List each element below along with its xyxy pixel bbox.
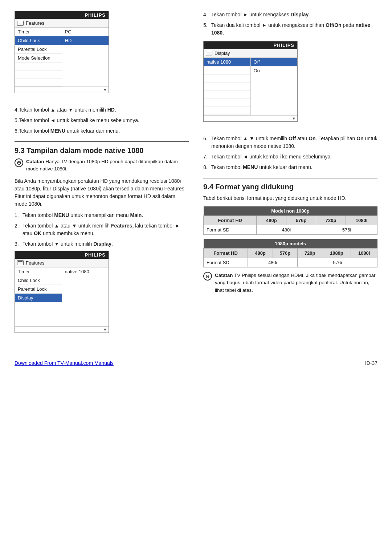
table1-col-576p: 576p xyxy=(286,216,316,225)
menu-row-timer: Timer xyxy=(15,28,62,36)
menu-right-display: Off On xyxy=(251,58,298,115)
menu2-parentallock: Parental Lock xyxy=(15,285,62,294)
menu-val-pc: PC xyxy=(62,28,109,36)
features-menu-box2: PHILIPS Features Timer Child Lock Parent… xyxy=(15,251,109,333)
menu2-val-empty1 xyxy=(62,276,109,284)
section-title-94: 9.4 Format yang didukung xyxy=(203,182,377,192)
step8r-num: 8. xyxy=(203,164,211,171)
table1-col-720p: 720p xyxy=(316,216,346,225)
footer-link[interactable]: Downloaded From TV-Manual.com Manuals xyxy=(15,360,114,366)
step7r-num: 7. xyxy=(203,153,211,161)
menu-left-col-top: Timer Child Lock Parental Lock Mode Sele… xyxy=(15,28,62,86)
menu-disp-empty4 xyxy=(204,90,250,98)
menu-disp-empty3 xyxy=(204,82,250,90)
table1-formatSD-label: Format SD xyxy=(204,225,257,235)
table1-576i: 576i xyxy=(316,225,377,235)
menu2-val-empty5 xyxy=(62,308,109,316)
menu-icon-top xyxy=(17,21,24,26)
table2-header: 1080p models xyxy=(204,239,377,249)
menu-row-empty2 xyxy=(15,70,62,78)
step4-text-left: Tekan tombol ▲ atau ▼ untuk memilih HD. xyxy=(19,106,116,114)
menu2-display: Display xyxy=(15,294,62,302)
menu-native1080: native 1080 xyxy=(204,58,250,67)
menu-disp-empty6 xyxy=(204,106,250,114)
table2-container: 1080p models Format HD 480p 576p 720p 10… xyxy=(203,239,377,267)
menu-disp-empty2 xyxy=(204,74,250,82)
menu2-val-empty2 xyxy=(62,284,109,292)
menu2-empty3 xyxy=(15,318,62,326)
menu-title2: Features xyxy=(26,260,44,266)
table1-row-sd: Format SD 480i 576i xyxy=(204,225,377,235)
note-text-94: Catatan TV Philips sesuai dengan HDMI. J… xyxy=(215,272,377,294)
menu-disp-empty5 xyxy=(204,98,250,106)
left-column: PHILIPS Features Timer Child Lock Parent… xyxy=(15,11,189,346)
scroll-down-display: ▼ xyxy=(292,116,296,121)
table2-480i: 480i xyxy=(248,258,298,267)
main-steps-left: 1. Tekan tombol MENU untuk menampilkan m… xyxy=(15,211,189,248)
step2-num: 2. xyxy=(15,222,23,237)
table2: 1080p models Format HD 480p 576p 720p 10… xyxy=(203,239,377,267)
menu2-childlock: Child Lock xyxy=(15,276,62,285)
menu-header-display: PHILIPS xyxy=(204,41,297,49)
step1-num: 1. xyxy=(15,211,23,219)
right-column: 4. Tekan tombol ► untuk mengakses Displa… xyxy=(203,11,377,346)
page-footer: Downloaded From TV-Manual.com Manuals ID… xyxy=(15,357,377,366)
table2-col-1080i: 1080i xyxy=(351,249,377,258)
note-icon-94: ⊖ xyxy=(203,272,212,281)
menu-row-empty3 xyxy=(15,78,62,86)
initial-steps-list: 4. Tekan tombol ▲ atau ▼ untuk memilih H… xyxy=(15,106,189,135)
menu-val-off: Off xyxy=(251,58,298,67)
menu-disp-val-empty3 xyxy=(251,91,298,99)
section-divider-93 xyxy=(15,141,189,142)
display-menu-box: PHILIPS Display native 1080 xyxy=(203,41,298,122)
step6-text-left: Tekan tombol MENU untuk keluar dari menu… xyxy=(19,127,120,135)
table1-480i: 480i xyxy=(257,225,316,235)
menu-row-empty1 xyxy=(15,63,62,70)
menu2-val-empty6 xyxy=(62,316,109,324)
section-title-93: 9.3 Tampilan dalam mode native 1080 xyxy=(15,146,189,155)
menu-val-empty5 xyxy=(62,77,109,85)
body-para-93: Bila Anda menyambungkan peralatan HD yan… xyxy=(15,177,189,208)
menu-title-top: Features xyxy=(26,20,44,26)
philips-brand2: PHILIPS xyxy=(85,252,106,258)
section-divider-94 xyxy=(203,178,377,178)
table2-formatSD-label: Format SD xyxy=(204,258,248,267)
menu-val-on: On xyxy=(251,67,298,75)
top-menu-wrapper: PHILIPS Features Timer Child Lock Parent… xyxy=(15,11,189,100)
step3-text: Tekan tombol ▼ untuk memilih Display. xyxy=(23,240,113,248)
table1-col-formatHD: Format HD xyxy=(204,216,257,225)
step8r-text: Tekan tombol MENU untuk keluar dari menu… xyxy=(211,164,313,171)
table1-col-480p: 480p xyxy=(257,216,286,225)
philips-brand-display: PHILIPS xyxy=(273,43,294,48)
menu2-val-empty4 xyxy=(62,300,109,308)
menu-icon2 xyxy=(17,260,24,265)
right-steps-45: 4. Tekan tombol ► untuk mengakses Displa… xyxy=(203,11,377,37)
scroll-down2: ▼ xyxy=(103,327,107,332)
table1-header: Model non 1080p xyxy=(204,206,377,216)
step7r-text: Tekan tombol ◄ untuk kembali ke menu seb… xyxy=(211,153,332,161)
menu2-empty2 xyxy=(15,310,62,318)
menu-row-parentallock: Parental Lock xyxy=(15,45,62,54)
step1-text: Tekan tombol MENU untuk menampilkan menu… xyxy=(23,211,143,219)
step5-text-left: Tekan tombol ◄ untuk kembali ke menu seb… xyxy=(19,117,139,124)
menu-box2-wrapper: PHILIPS Features Timer Child Lock Parent… xyxy=(15,251,189,339)
step6-num-left: 6. xyxy=(15,127,19,135)
display-menu-wrapper: PHILIPS Display native 1080 xyxy=(203,41,377,128)
step4r-text: Tekan tombol ► untuk mengakses Display. xyxy=(211,11,310,19)
menu-right2: native 1080 xyxy=(62,267,109,326)
menu-title-row-top: Features xyxy=(15,19,109,28)
step3-num: 3. xyxy=(15,240,23,248)
step4-num-left: 4. xyxy=(15,106,19,114)
menu-right-col-top: PC HD xyxy=(62,28,109,86)
step4r-num: 4. xyxy=(203,11,211,19)
table1: Model non 1080p Format HD 480p 576p 720p… xyxy=(203,206,377,235)
table1-col-1080i: 1080i xyxy=(346,216,377,225)
table2-row-sd: Format SD 480i 576i xyxy=(204,258,377,267)
right-steps-678: 6. Tekan tombol ▲ ▼ untuk memilih Off at… xyxy=(203,135,377,171)
table2-col-720p: 720p xyxy=(298,249,322,258)
philips-brand-top: PHILIPS xyxy=(85,12,106,18)
menu2-val-empty3 xyxy=(62,292,109,300)
menu-val-empty3 xyxy=(62,61,109,69)
step6r-text: Tekan tombol ▲ ▼ untuk memilih Off atau … xyxy=(211,135,377,150)
page-number: ID-37 xyxy=(365,360,377,366)
